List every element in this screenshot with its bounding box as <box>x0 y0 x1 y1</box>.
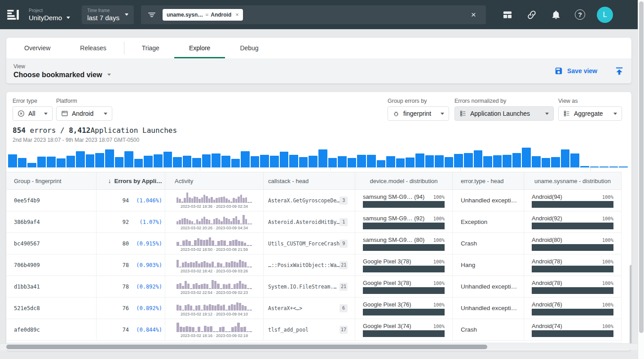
layout-dashboard-icon[interactable] <box>502 9 513 20</box>
clear-filters-icon[interactable]: × <box>468 9 480 21</box>
histogram-bar[interactable] <box>435 155 444 167</box>
save-view-button[interactable]: Save view <box>555 67 597 75</box>
fingerprint-cell[interactable]: afe0d89c <box>14 327 40 333</box>
histogram-bar[interactable] <box>318 149 327 167</box>
histogram-bar[interactable] <box>163 152 172 167</box>
histogram-bar[interactable] <box>76 151 85 167</box>
histogram-bar[interactable] <box>512 153 521 167</box>
histogram-bar[interactable] <box>348 158 357 167</box>
histogram-bar[interactable] <box>299 157 308 167</box>
column-header-device-model[interactable]: device.model - distribution <box>355 172 453 189</box>
histogram-bar[interactable] <box>542 158 551 167</box>
histogram-bar[interactable] <box>357 155 366 167</box>
notifications-bell-icon[interactable] <box>551 9 561 20</box>
histogram-bar[interactable] <box>192 158 201 167</box>
table-row[interactable]: 386b9af4 92 (1.07%) 2023-03-02 20:26 · 2… <box>6 211 622 233</box>
histogram-bar[interactable] <box>260 155 269 167</box>
histogram-bar[interactable] <box>493 155 502 167</box>
column-header-callstack[interactable]: callstack - head <box>264 172 355 189</box>
histogram-bar[interactable] <box>454 154 463 167</box>
fingerprint-cell[interactable]: 386b9af4 <box>14 219 40 225</box>
histogram-bar[interactable] <box>425 155 434 167</box>
fingerprint-cell[interactable]: d1bb3a41 <box>14 284 40 290</box>
histogram-bar[interactable] <box>86 154 95 167</box>
group-by-select[interactable]: fingerprint <box>388 106 449 121</box>
histogram-bar[interactable] <box>37 157 46 167</box>
link-icon[interactable] <box>526 9 537 20</box>
histogram-bar[interactable] <box>406 158 415 167</box>
histogram-bar[interactable] <box>173 157 182 167</box>
table-row[interactable]: 521e5dc8 76 (0.892%) 2023-03-02 19:12 · … <box>6 298 622 319</box>
tab-overview[interactable]: Overview <box>9 38 65 58</box>
histogram-bar[interactable] <box>57 158 66 167</box>
histogram-bar[interactable] <box>134 159 143 167</box>
column-header-activity[interactable]: Activity <box>165 172 264 189</box>
histogram-bar[interactable] <box>95 153 104 167</box>
chip-remove-icon[interactable]: × <box>235 11 239 18</box>
table-scrollbar[interactable] <box>630 265 631 350</box>
histogram-bar[interactable] <box>445 157 454 167</box>
project-selector[interactable]: Project UnityDemo <box>29 8 70 22</box>
platform-select[interactable]: Android <box>56 106 112 121</box>
histogram-bar[interactable] <box>367 155 376 167</box>
histogram-bar[interactable] <box>124 151 133 167</box>
table-row[interactable]: d1bb3a41 78 (0.892%) 2023-03-02 22:54 · … <box>6 276 622 298</box>
histogram-bar[interactable] <box>609 166 618 167</box>
column-header-fingerprint[interactable]: Group - fingerprint <box>6 172 97 189</box>
column-header-error-type[interactable]: error.type - head <box>453 172 524 189</box>
histogram-bar[interactable] <box>18 158 27 167</box>
view-as-select[interactable]: Aggregate <box>558 106 622 121</box>
table-row[interactable]: 706b4909 78 (0.903%) 2023-03-02 18:42 · … <box>6 254 622 276</box>
histogram-bar[interactable] <box>551 157 560 167</box>
column-header-uname[interactable]: uname.sysname - distribution <box>524 172 622 189</box>
histogram-bar[interactable] <box>483 156 492 167</box>
histogram-bar[interactable] <box>561 149 570 167</box>
tab-releases[interactable]: Releases <box>65 38 121 58</box>
tab-triage[interactable]: Triage <box>127 38 174 58</box>
histogram-bar[interactable] <box>115 157 124 167</box>
timeframe-selector[interactable]: Time frame last 7 days <box>82 5 134 24</box>
histogram-bar[interactable] <box>289 155 298 167</box>
histogram-bar[interactable] <box>522 148 531 167</box>
histogram-bar[interactable] <box>309 156 318 167</box>
column-header-errors[interactable]: ↓ Errors by Appli… <box>97 172 165 189</box>
fingerprint-cell[interactable]: 0ee5f4b9 <box>14 197 40 204</box>
histogram-bar[interactable] <box>183 156 192 167</box>
error-type-select[interactable]: All <box>13 106 53 121</box>
page-scrollbar-thumb[interactable] <box>639 1 644 333</box>
avatar[interactable]: L <box>597 7 613 23</box>
tab-explore[interactable]: Explore <box>174 38 225 58</box>
table-scrollbar-thumb[interactable] <box>630 265 631 350</box>
help-icon[interactable]: ? <box>575 9 585 20</box>
histogram-bar[interactable] <box>570 153 579 168</box>
filter-bar[interactable]: uname.sysn… = Android × × <box>141 5 486 24</box>
histogram-bar[interactable] <box>231 159 240 167</box>
histogram-bar[interactable] <box>280 152 289 167</box>
histogram-bar[interactable] <box>251 156 260 167</box>
histogram-bar[interactable] <box>66 156 75 167</box>
histogram-bar[interactable] <box>105 149 114 167</box>
histogram-bar[interactable] <box>503 155 512 167</box>
filter-chip[interactable]: uname.sysn… = Android × <box>163 9 243 21</box>
histogram-bar[interactable] <box>474 150 483 167</box>
table-row[interactable]: bc490567 80 (0.915%) 2023-03-02 18:50 · … <box>6 233 622 254</box>
histogram-bar[interactable] <box>619 166 628 167</box>
backtrace-logo-icon[interactable] <box>5 7 21 22</box>
tab-debug[interactable]: Debug <box>225 38 273 58</box>
normalized-by-select[interactable]: Application Launches <box>454 106 554 121</box>
fingerprint-cell[interactable]: bc490567 <box>14 241 40 247</box>
table-row[interactable]: 0ee5f4b9 94 (1.046%) 2023-03-02 19:36 · … <box>6 190 622 211</box>
fingerprint-cell[interactable]: 706b4909 <box>14 262 40 268</box>
histogram-bar[interactable] <box>27 163 36 167</box>
histogram-bar[interactable] <box>600 166 609 167</box>
horizontal-scrollbar[interactable] <box>0 343 638 350</box>
histogram-bar[interactable] <box>386 156 395 167</box>
histogram-bar[interactable] <box>154 154 163 167</box>
horizontal-scrollbar-thumb[interactable] <box>6 345 487 349</box>
histogram-bar[interactable] <box>202 154 211 167</box>
histogram-bar[interactable] <box>590 166 599 167</box>
histogram-bar[interactable] <box>580 166 589 167</box>
histogram-bar[interactable] <box>8 154 17 167</box>
page-scrollbar[interactable] <box>638 0 644 359</box>
histogram-bar[interactable] <box>270 156 279 167</box>
